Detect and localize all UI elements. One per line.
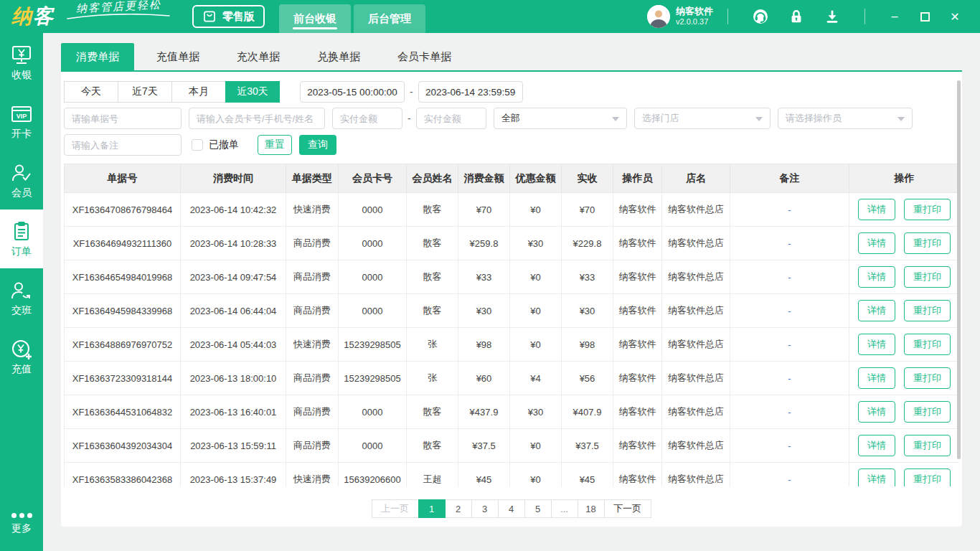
order-no-input[interactable] xyxy=(64,108,182,129)
sidebar-item-交班[interactable]: 交班 xyxy=(0,268,43,327)
page-button-4[interactable]: 4 xyxy=(498,499,525,518)
reprint-button[interactable]: 重打印 xyxy=(904,367,951,389)
orders-table: 单据号消费时间单据类型会员卡号会员姓名消费金额优惠金额实收操作员店名备注操作 X… xyxy=(64,164,959,486)
maximize-button[interactable] xyxy=(915,12,934,22)
table-row: XF163636043920343042023-06-13 15:59:11商品… xyxy=(65,429,960,463)
avatar[interactable] xyxy=(647,5,670,28)
detail-button[interactable]: 详情 xyxy=(858,199,895,220)
reprint-button[interactable]: 重打印 xyxy=(904,300,951,321)
sidebar-more-label: 更多 xyxy=(11,522,32,535)
detail-button[interactable]: 详情 xyxy=(858,232,895,254)
nav-tab-前台收银[interactable]: 前台收银 xyxy=(279,4,351,33)
sidebar-item-会员[interactable]: 会员 xyxy=(0,151,43,209)
nav-tab-后台管理[interactable]: 后台管理 xyxy=(354,4,425,33)
tab-消费单据[interactable]: 消费单据 xyxy=(61,43,134,70)
table-cell: ¥4 xyxy=(510,362,562,395)
sidebar-item-收银[interactable]: 收银 xyxy=(0,33,43,92)
table-cell: ¥37.5 xyxy=(562,429,613,463)
detail-button[interactable]: 详情 xyxy=(858,334,895,355)
table-row: XF163646549840199682023-06-14 09:47:54商品… xyxy=(65,260,960,294)
lock-icon[interactable] xyxy=(788,8,805,25)
table-cell: 15239298505 xyxy=(339,362,407,395)
detail-button[interactable]: 详情 xyxy=(858,300,895,321)
column-header-单据类型: 单据类型 xyxy=(286,164,339,193)
search-button[interactable]: 查询 xyxy=(299,135,336,155)
table-cell: ¥70 xyxy=(458,193,510,227)
reprint-button[interactable]: 重打印 xyxy=(904,199,951,220)
customer-service-icon[interactable] xyxy=(752,8,769,25)
filter-selects: 全部选择门店请选择操作员 xyxy=(486,108,913,129)
voided-checkbox[interactable] xyxy=(192,139,203,151)
page-button-1[interactable]: 1 xyxy=(418,499,446,518)
more-dots-icon xyxy=(11,513,32,518)
operator-select[interactable]: 请选择操作员 xyxy=(778,108,913,129)
page-button-2[interactable]: 2 xyxy=(445,499,472,518)
reset-button[interactable]: 重置 xyxy=(258,135,292,155)
range-button-近30天[interactable]: 近30天 xyxy=(225,81,280,103)
table-cell: 2023-06-13 16:40:01 xyxy=(181,395,286,429)
action-cell: 详情重打印 xyxy=(849,193,960,227)
range-button-本月[interactable]: 本月 xyxy=(171,81,226,103)
reprint-button[interactable]: 重打印 xyxy=(904,232,951,254)
vertical-scrollbar[interactable] xyxy=(957,80,961,459)
table-cell: 15639206600 xyxy=(339,463,407,487)
table-cell: ¥0 xyxy=(510,260,562,294)
table-cell: 纳客软件总店 xyxy=(662,463,730,487)
table-cell: 纳客软件 xyxy=(613,193,662,227)
table-cell: ¥30 xyxy=(510,227,562,260)
sidebar-item-订单[interactable]: 订单 xyxy=(0,209,43,268)
table-cell: - xyxy=(730,395,849,429)
tab-充次单据[interactable]: 充次单据 xyxy=(222,43,295,70)
store-select[interactable]: 选择门店 xyxy=(634,108,771,129)
pay-type-select[interactable]: 全部 xyxy=(494,108,627,129)
table-cell: 2023-06-14 05:44:03 xyxy=(181,328,286,362)
page-button-5[interactable]: 5 xyxy=(524,499,552,518)
tab-会员卡单据[interactable]: 会员卡单据 xyxy=(382,43,466,70)
table-cell: 纳客软件总店 xyxy=(662,294,730,328)
table-cell: ¥98 xyxy=(458,328,510,362)
detail-button[interactable]: 详情 xyxy=(858,266,895,288)
member-search-input[interactable] xyxy=(189,108,325,129)
detail-button[interactable]: 详情 xyxy=(858,401,895,423)
reprint-button[interactable]: 重打印 xyxy=(904,468,951,486)
reprint-button[interactable]: 重打印 xyxy=(904,401,951,423)
detail-button[interactable]: 详情 xyxy=(858,367,895,389)
date-from-input[interactable] xyxy=(300,81,405,103)
tab-充值单据[interactable]: 充值单据 xyxy=(141,43,215,70)
page-button-18[interactable]: 18 xyxy=(578,499,605,518)
download-icon[interactable] xyxy=(824,8,841,25)
remark-input[interactable] xyxy=(64,134,182,156)
column-header-单据号: 单据号 xyxy=(65,164,181,193)
detail-button[interactable]: 详情 xyxy=(858,468,895,486)
table-cell: 2023-06-13 15:59:11 xyxy=(181,429,286,463)
reprint-button[interactable]: 重打印 xyxy=(904,266,951,288)
table-cell: ¥407.9 xyxy=(562,395,613,429)
page-button-3[interactable]: 3 xyxy=(471,499,499,518)
titlebar-right: 纳客软件 v2.0.0.37 xyxy=(647,0,980,33)
order-icon xyxy=(10,220,33,243)
table-cell: XF16364708676798464 xyxy=(65,193,181,227)
amount-max-input[interactable] xyxy=(416,108,486,129)
prev-page-button[interactable]: 上一页 xyxy=(372,499,419,518)
sidebar-item-more[interactable]: 更多 xyxy=(0,504,43,544)
minimize-button[interactable]: – xyxy=(885,10,904,23)
table-cell: 散客 xyxy=(407,294,458,328)
detail-button[interactable]: 详情 xyxy=(858,435,895,456)
reprint-button[interactable]: 重打印 xyxy=(904,334,951,355)
divider xyxy=(727,9,728,24)
reprint-button[interactable]: 重打印 xyxy=(904,435,951,456)
chevron-down-icon xyxy=(897,117,905,121)
table-cell: ¥259.8 xyxy=(458,227,510,260)
content-card: 今天近7天本月近30天 - - 全部选择门店请选择操作员 已撤单 重置 查询 xyxy=(61,72,962,527)
range-button-近7天[interactable]: 近7天 xyxy=(118,81,172,103)
sidebar-item-充值[interactable]: 充值 xyxy=(0,327,43,386)
tab-兑换单据[interactable]: 兑换单据 xyxy=(302,43,375,70)
date-to-input[interactable] xyxy=(418,81,523,103)
table-cell: 纳客软件总店 xyxy=(662,193,730,227)
table-cell: ¥33 xyxy=(458,260,510,294)
range-button-今天[interactable]: 今天 xyxy=(64,81,118,103)
amount-min-input[interactable] xyxy=(332,108,402,129)
next-page-button[interactable]: 下一页 xyxy=(604,499,651,518)
sidebar-item-开卡[interactable]: VIP开卡 xyxy=(0,92,43,151)
close-button[interactable]: ✕ xyxy=(946,10,964,24)
